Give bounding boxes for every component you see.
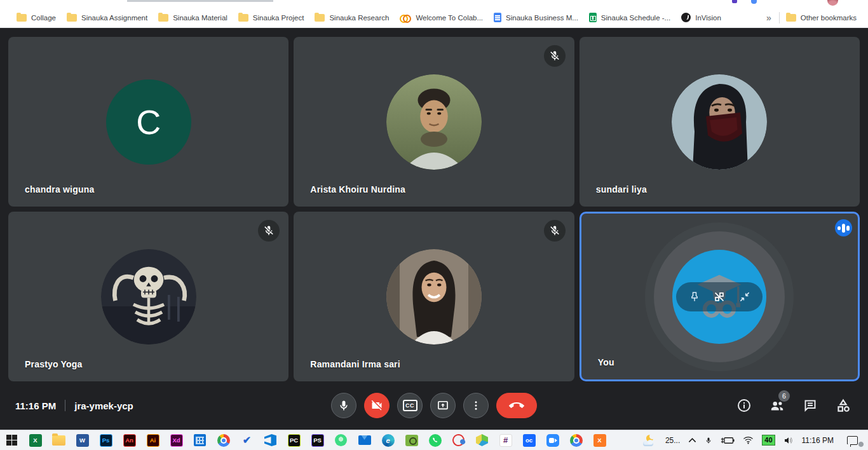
more-options-icon (470, 400, 482, 411)
taskbar-app-file-explorer[interactable] (47, 430, 71, 450)
screen: Collage Sinauka Assignment Sinauka Mater… (0, 0, 868, 450)
taskbar-app-calendar[interactable] (188, 430, 212, 450)
taskbar-app-chrome[interactable] (212, 430, 235, 450)
participant-tile-ramandani[interactable]: Ramandani Irma sari (294, 212, 574, 381)
google-sheets-icon (589, 13, 597, 22)
wifi-icon[interactable] (743, 436, 754, 444)
taskbar-app-adobe-xd[interactable]: Xd (165, 430, 188, 450)
taskbar-app-animate[interactable]: An (118, 430, 141, 450)
phpstorm-icon: PS (311, 434, 324, 447)
vscode-icon (264, 434, 276, 446)
meet-clock: 11:16 PM (15, 400, 56, 411)
bookmark-invision[interactable]: InVision (681, 13, 721, 22)
taskbar-app-slack[interactable]: # (494, 430, 517, 450)
hide-tile-icon[interactable] (712, 290, 726, 304)
battery-percent-badge[interactable]: 40 (762, 435, 775, 446)
taskbar-app-zoom[interactable] (541, 430, 564, 450)
bookmark-label: InVision (695, 14, 721, 22)
bookmark-label: Sinauka Assignment (81, 14, 147, 22)
taskbar-app-illustrator[interactable]: Ai (141, 430, 165, 450)
participant-name: You (598, 357, 614, 367)
meeting-details-button[interactable] (736, 397, 752, 414)
participant-name: sundari liya (596, 184, 647, 194)
adobe-xd-icon: Xd (170, 434, 183, 447)
meet-main: C chandra wiguna (0, 28, 868, 430)
taskbar-app-camera[interactable] (400, 430, 423, 450)
bookmarks-overflow-chevron[interactable]: » (760, 13, 778, 23)
camera-icon (405, 435, 418, 446)
taskbar-app-oc[interactable]: oc (517, 430, 541, 450)
bookmark-label: Welcome To Colab... (416, 14, 483, 22)
participant-tile-arista[interactable]: Arista Khoiru Nurdina (294, 37, 574, 207)
taskbar-app-chrome-profile[interactable] (564, 430, 588, 450)
participant-tile-you[interactable]: You (580, 212, 860, 381)
invision-icon (681, 13, 691, 22)
photoshop-icon: Ps (100, 434, 112, 447)
taskbar-app-excel[interactable]: X (24, 430, 47, 450)
bookmark-sinauka-assignment[interactable]: Sinauka Assignment (67, 14, 147, 22)
taskbar-app-photoshop[interactable]: Ps (94, 430, 118, 450)
self-tile-hover-actions (676, 282, 763, 311)
taskbar-app-mail[interactable] (353, 430, 376, 450)
bookmark-collage[interactable]: Collage (17, 14, 56, 22)
meeting-side-controls: 6 (736, 397, 851, 414)
participant-tile-prastyo[interactable]: Prastyo Yoga (8, 212, 288, 381)
taskbar-app-whatsapp[interactable] (423, 430, 447, 450)
taskbar-app-edge[interactable]: e (376, 430, 400, 450)
mic-button[interactable] (331, 393, 356, 418)
speaker-icon[interactable] (783, 436, 794, 445)
windows-taskbar: X W Ps An Ai Xd ✔ PC PS e # oc X (0, 430, 868, 450)
minimize-icon[interactable] (738, 290, 751, 303)
activities-button[interactable] (835, 397, 851, 414)
tray-mic-icon[interactable] (705, 435, 712, 446)
taskbar-app-pycharm[interactable]: PC (282, 430, 306, 450)
chrome-icon (217, 434, 230, 447)
start-button[interactable] (0, 430, 24, 450)
bookmark-sinauka-research[interactable]: Sinauka Research (315, 14, 389, 22)
weather-icon[interactable] (643, 435, 657, 446)
pycharm-icon: PC (288, 434, 301, 447)
hang-up-button[interactable] (496, 393, 537, 418)
bookmark-sinauka-schedule[interactable]: Sinauka Schedule -... (589, 13, 670, 22)
mail-icon (358, 435, 371, 445)
taskbar-app-utility[interactable] (447, 430, 470, 450)
taskbar-clock[interactable]: 11:16 PM (802, 436, 834, 445)
mic-off-icon (263, 225, 275, 236)
present-button[interactable] (430, 393, 456, 418)
battery-charging-icon[interactable] (721, 436, 735, 445)
bookmark-sinauka-business[interactable]: Sinauka Business M... (494, 13, 578, 22)
participants-button[interactable]: 6 (769, 397, 785, 414)
tray-chevron-icon[interactable] (688, 437, 696, 443)
taskbar-app-android-studio[interactable] (329, 430, 353, 450)
calendar-icon (194, 434, 206, 446)
taskbar-app-vscode[interactable] (259, 430, 282, 450)
participant-name: Ramandani Irma sari (310, 359, 400, 369)
weather-temp[interactable]: 25... (665, 436, 680, 445)
bookmark-label: Sinauka Project (253, 14, 304, 22)
taskbar-app-word[interactable]: W (71, 430, 94, 450)
chat-icon (803, 398, 818, 413)
taskbar-app-todo[interactable]: ✔ (235, 430, 259, 450)
chrome-icon (570, 434, 583, 447)
participant-tile-chandra[interactable]: C chandra wiguna (8, 37, 288, 207)
taskbar-apps: X W Ps An Ai Xd ✔ PC PS e # oc X (0, 430, 611, 450)
taskbar-app-phpstorm[interactable]: PS (306, 430, 329, 450)
bookmark-sinauka-material[interactable]: Sinauka Material (158, 14, 227, 22)
xampp-icon: X (593, 434, 606, 447)
pin-icon[interactable] (688, 290, 701, 303)
action-center-icon[interactable] (847, 436, 858, 445)
taskbar-app-xampp[interactable]: X (588, 430, 611, 450)
chat-button[interactable] (802, 397, 818, 414)
profile-badge (858, 441, 864, 447)
taskbar-app-hexagon[interactable] (470, 430, 494, 450)
more-options-button[interactable] (463, 393, 489, 418)
system-tray: 25... 40 11:16 PM (643, 430, 868, 450)
participant-tile-sundari[interactable]: sundari liya (580, 37, 860, 207)
other-bookmarks-button[interactable]: Other bookmarks (786, 14, 857, 22)
divider (65, 400, 65, 411)
captions-button[interactable]: CC (397, 393, 423, 418)
file-explorer-icon (52, 435, 65, 446)
camera-off-button[interactable] (364, 393, 390, 418)
bookmark-sinauka-project[interactable]: Sinauka Project (238, 14, 304, 22)
bookmark-welcome-to-colab[interactable]: Welcome To Colab... (400, 14, 483, 22)
